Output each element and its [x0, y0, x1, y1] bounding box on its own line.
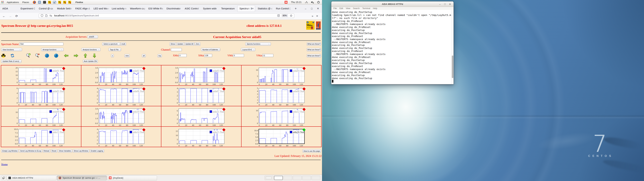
- show-desktop-button[interactable]: [1, 176, 6, 180]
- page-info-icon[interactable]: [45, 14, 48, 17]
- browser-tab-run-control[interactable]: Run Control (: [274, 4, 292, 13]
- channel-input[interactable]: [171, 48, 182, 51]
- what-are-these-button[interactable]: What are these?: [307, 42, 321, 46]
- acquisition-server-select[interactable]: aida05⌄: [88, 35, 98, 38]
- browser-tab-waveform-cap[interactable]: Waveform cap: [128, 4, 146, 13]
- spectrum-plot-aida01[interactable]: 05101520020406080100120aida01 Stat: [1, 66, 81, 86]
- spectrum-plot-aida13[interactable]: 0.02.55.07.510.0020406080100120aida13 St…: [1, 127, 81, 147]
- browser-tab-system-wide[interactable]: System wide: [200, 4, 219, 13]
- auto-update-button[interactable]: Auto Update ON: [83, 60, 98, 63]
- browser-tab-spectrum-b[interactable]: Spectrum B✕: [237, 4, 256, 13]
- workspace-1[interactable]: [265, 176, 273, 180]
- update-button[interactable]: Update: [176, 42, 184, 46]
- ymax-input[interactable]: 11: [262, 54, 273, 57]
- xmin-input[interactable]: 0: [178, 54, 187, 57]
- reload-button[interactable]: Reload: [42, 149, 50, 152]
- spectrum-plot-aida07[interactable]: 01234020406080100120aida07 Stat: [161, 86, 241, 106]
- shift-up-icon[interactable]: [84, 53, 88, 59]
- terminal-close-button[interactable]: ✕: [448, 3, 452, 6]
- zoom-in-icon[interactable]: [26, 53, 31, 59]
- url-bar[interactable]: localhost:8015/Spectrum/Spectrum.tml 80%: [39, 14, 294, 18]
- shift-down-icon[interactable]: [92, 53, 96, 59]
- terminal-menu-terminal[interactable]: Terminal: [361, 7, 372, 10]
- midas-launcher-icon[interactable]: Mi: [68, 0, 71, 4]
- terminal-maximize-button[interactable]: ▢: [444, 3, 446, 6]
- update-rate-dropdown[interactable]: Update Rate (4 secs)⌄: [1, 60, 22, 63]
- browser-tab-control-ca[interactable]: Control @ ca: [36, 4, 55, 13]
- unzoom-y-icon[interactable]: [45, 54, 49, 58]
- spectrum-plot-aida05[interactable]: 0246020406080100120aida05 Stat: [1, 86, 81, 106]
- workspace-4[interactable]: [293, 176, 302, 180]
- zero-button[interactable]: Zero: [195, 42, 200, 46]
- anydesk-tray-icon[interactable]: [284, 0, 288, 4]
- show-button[interactable]: Show: [170, 42, 176, 46]
- workspace-3[interactable]: [284, 176, 292, 180]
- show-log-window-button[interactable]: Show Log Window: [72, 149, 89, 152]
- firefox-launcher-icon[interactable]: [33, 0, 36, 4]
- spectrum-plot-aida16[interactable]: 0.02.55.07.510.0020406080100120aida16 St…: [242, 127, 321, 147]
- url-text[interactable]: localhost:8015/Spectrum/Spectrum.tml: [54, 14, 99, 17]
- browser-tab-led-and-wave[interactable]: LED and Wave: [91, 4, 110, 13]
- log-button[interactable]: log: [158, 54, 162, 57]
- spectrum-plot-aida02[interactable]: 0.01.02.03.0020406080100120aida02 Stat: [81, 66, 161, 86]
- select-a-spectrum-dropdown[interactable]: Select a spectrum⌄: [102, 42, 120, 46]
- ymin-input[interactable]: 0: [233, 54, 244, 57]
- zoom-out-icon[interactable]: [34, 53, 40, 59]
- terminal-titlebar[interactable]: AIDA MIDAS HTTPd – ▢ ✕: [332, 2, 454, 7]
- arrange-functions-dropdown[interactable]: Arrange functions⌄: [41, 48, 64, 51]
- browser-tab-aida[interactable]: AIDA: [0, 4, 18, 13]
- number-of-galleries-dropdown[interactable]: Number of Galleries⌄: [201, 48, 220, 51]
- terminal-menu-edit[interactable]: Edit: [338, 7, 344, 10]
- midas-launcher-icon[interactable]: Mi: [63, 0, 66, 4]
- spectrum-plot-aida06[interactable]: 01234020406080100120aida06 Stat: [81, 86, 161, 106]
- spectrum-plot-aida15[interactable]: 051015020406080100120aida15 Stat: [161, 127, 241, 147]
- midas-launcher-icon[interactable]: Mi: [58, 0, 61, 4]
- browser-tab-asic-control[interactable]: ASIC Control: [182, 4, 201, 13]
- home-link[interactable]: Home: [1, 163, 8, 166]
- app-menu-icon[interactable]: ≡: [316, 14, 318, 18]
- xmax-input[interactable]: 128: [204, 54, 212, 57]
- show-variables-button[interactable]: Show Variables: [58, 149, 72, 152]
- reader-mode-icon[interactable]: [278, 14, 280, 17]
- browser-tab-lost-activity-n[interactable]: Lost activity n: [110, 4, 128, 13]
- bookmark-star-icon[interactable]: [290, 14, 292, 17]
- taskbar-window-spectrum-browser-carme-gsi[interactable]: Spectrum Browser @ carme-gsi — …: [57, 176, 107, 180]
- spectrum-name-input[interactable]: Stat: [19, 42, 64, 46]
- input-source-icon[interactable]: ?: [305, 0, 308, 4]
- applications-menu[interactable]: Applications: [5, 1, 21, 4]
- volume-muted-icon[interactable]: [311, 0, 314, 4]
- what-are-these-button[interactable]: What are these?: [307, 54, 321, 57]
- analysis-functions-dropdown[interactable]: Analysis functions⌄: [81, 48, 100, 51]
- spectrum-plot-aida08[interactable]: 012345020406080100120aida08 Stat: [242, 86, 321, 106]
- spectrum-plot-aida11[interactable]: 0246020406080100120aida11 Stat: [161, 106, 241, 126]
- taskbar-window-aida-midas-httpd[interactable]: >_AIDA MIDAS HTTPd: [7, 176, 56, 180]
- shield-icon[interactable]: [41, 14, 43, 17]
- terminal-menu-search[interactable]: Search: [352, 7, 361, 10]
- new-tab-button[interactable]: +: [293, 6, 298, 12]
- multi-button[interactable]: multi: [120, 42, 126, 46]
- overflow-menu-icon[interactable]: »: [312, 14, 313, 18]
- send-log-window-to-elog-button[interactable]: Send Log Window to ELog: [19, 149, 42, 152]
- new-button[interactable]: new: [124, 54, 130, 57]
- power-icon[interactable]: [317, 0, 320, 4]
- update-all-button[interactable]: Update All: [184, 42, 194, 46]
- terminal-launcher-icon[interactable]: >_: [43, 0, 46, 4]
- permissions-icon[interactable]: [50, 14, 52, 16]
- zero-spectrum-icon[interactable]: [1, 54, 6, 58]
- browser-tab-temperature[interactable]: Temperature: [219, 4, 237, 13]
- browser-tab-discriminator[interactable]: Discriminator: [164, 4, 182, 13]
- forward-button[interactable]: →: [8, 14, 13, 18]
- terminal-minimize-button[interactable]: –: [438, 3, 442, 6]
- spectra-functions-dropdown[interactable]: Spectra functions⌄: [245, 42, 271, 46]
- tab-close-icon[interactable]: ✕: [252, 7, 254, 10]
- browser-tab-module-settin[interactable]: Module Settin: [55, 4, 73, 13]
- panel-clock[interactable]: Thu 15:21: [291, 1, 302, 4]
- spectrum-plot-aida12[interactable]: 0510020406080100120aida12 Stat: [242, 106, 321, 126]
- browser-tab-fadc-align[interactable]: FADC Align &: [73, 4, 91, 13]
- workspace-5[interactable]: [302, 176, 311, 180]
- spectrum-plot-aida03[interactable]: 0.01.02.03.0020406080100120aida03 Stat: [161, 66, 241, 86]
- what-are-these-button[interactable]: What are these?: [307, 48, 321, 51]
- empty-log-window-button[interactable]: Empty Log Window: [1, 149, 18, 152]
- browser-tab-experiment-c[interactable]: Experiment C: [18, 4, 36, 13]
- refresh-icon[interactable]: [10, 54, 14, 58]
